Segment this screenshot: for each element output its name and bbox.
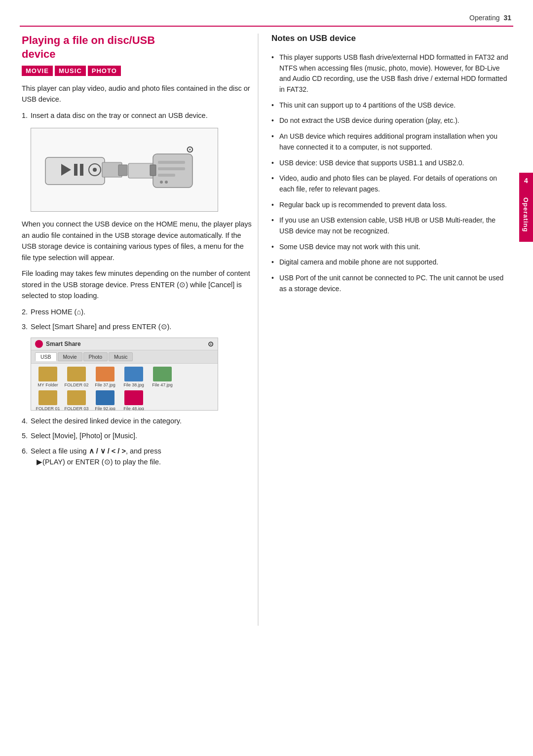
bullet-5: USB device: USB device that supports USB… bbox=[271, 158, 508, 169]
ss-folder3-icon bbox=[38, 390, 57, 405]
ss-item-folder01: FOLDER 01 bbox=[35, 390, 61, 411]
notes-bullet-list: This player supports USB flash drive/ext… bbox=[271, 52, 508, 294]
step-6: 6. Select a file using ∧ / ∨ / < / >, an… bbox=[22, 446, 253, 468]
ss-tab-music[interactable]: Music bbox=[109, 352, 133, 361]
ss-item-file92: File 92.jpg bbox=[92, 390, 118, 411]
svg-point-15 bbox=[160, 181, 163, 184]
ss-header: Smart Share ⊙ bbox=[31, 338, 218, 350]
left-column: Playing a file on disc/USB device MOVIE … bbox=[22, 34, 253, 472]
svg-rect-12 bbox=[158, 167, 185, 170]
usb-diagram-svg: ⊙ bbox=[40, 135, 208, 204]
svg-rect-4 bbox=[74, 164, 77, 176]
ss-item-file47: File 47.jpg bbox=[150, 367, 175, 387]
svg-text:⊙: ⊙ bbox=[186, 145, 193, 154]
step-5-text: Select [Movie], [Photo] or [Music]. bbox=[31, 432, 137, 440]
smart-share-screenshot: Smart Share ⊙ USB Movie Photo Music MY F… bbox=[31, 338, 218, 411]
section-title-line1: Playing a file on disc/USB bbox=[22, 34, 155, 46]
ss-photo3-icon bbox=[153, 367, 172, 381]
intro-text: This player can play video, audio and ph… bbox=[22, 83, 253, 105]
svg-point-16 bbox=[165, 181, 168, 184]
steps-list: 1. Insert a data disc on the tray or con… bbox=[22, 110, 253, 121]
bullet-7: Regular back up is recommended to preven… bbox=[271, 200, 508, 211]
ss-tab-movie[interactable]: Movie bbox=[58, 352, 82, 361]
badge-movie: MOVIE bbox=[22, 66, 53, 76]
bullet-8: If you use an USB extension cable, USB H… bbox=[271, 215, 508, 236]
usb-illustration: ⊙ bbox=[31, 128, 218, 212]
notes-title: Notes on USB device bbox=[271, 34, 508, 45]
ss-content-row1: MY Folder FOLDER 02 File 37.jpg File 38.… bbox=[31, 364, 218, 390]
page-header: Operating 31 bbox=[469, 14, 511, 22]
badge-music: MUSIC bbox=[55, 66, 86, 76]
bullet-3: Do not extract the USB device during ope… bbox=[271, 115, 508, 126]
page-container: Operating 31 4 Operating Playing a file … bbox=[0, 0, 533, 756]
ss-photo1-icon bbox=[96, 367, 114, 381]
step-2-text: Press HOME (⌂). bbox=[31, 308, 85, 316]
ss-title: Smart Share bbox=[46, 340, 81, 347]
ss-folder-icon bbox=[38, 367, 57, 381]
step-4: 4. Select the desired linked device in t… bbox=[22, 416, 253, 426]
svg-rect-13 bbox=[158, 174, 175, 177]
step-3: 3. Select [Smart Share] and press ENTER … bbox=[22, 321, 253, 332]
ss-folder2-icon bbox=[67, 367, 86, 381]
ss-item-folder03: FOLDER 03 bbox=[64, 390, 89, 411]
ss-folder4-icon bbox=[67, 390, 86, 405]
bullet-4: An USB device which requires additional … bbox=[271, 131, 508, 152]
bullet-1: This player supports USB flash drive/ext… bbox=[271, 52, 508, 95]
right-column: Notes on USB device This player supports… bbox=[271, 34, 508, 299]
bullet-11: USB Port of the unit cannot be connected… bbox=[271, 273, 508, 294]
svg-rect-9 bbox=[153, 154, 192, 188]
ss-item-folder02: FOLDER 02 bbox=[64, 367, 89, 387]
svg-point-7 bbox=[93, 168, 97, 172]
body-para1: When you connect the USB device on the H… bbox=[22, 219, 253, 263]
bullet-6: Video, audio and photo files can be play… bbox=[271, 173, 508, 194]
body-para2: File loading may takes few minutes depen… bbox=[22, 268, 253, 301]
svg-rect-11 bbox=[158, 161, 185, 164]
badges-row: MOVIE MUSIC PHOTO bbox=[22, 66, 253, 76]
top-rule bbox=[20, 26, 513, 27]
badge-photo: PHOTO bbox=[88, 66, 121, 76]
section-title-line2: device bbox=[22, 48, 56, 60]
ss-close-icon: ⊙ bbox=[208, 340, 214, 348]
ss-item-myfolder: MY Folder bbox=[35, 367, 61, 387]
ss-logo bbox=[35, 340, 43, 348]
svg-rect-2 bbox=[118, 165, 127, 176]
bullet-10: Digital camera and mobile phone are not … bbox=[271, 257, 508, 268]
step-2: 2. Press HOME (⌂). bbox=[22, 306, 253, 317]
step-1-text: Insert a data disc on the tray or connec… bbox=[31, 112, 208, 119]
ss-content-row2: FOLDER 01 FOLDER 03 File 92.jpg File 48.… bbox=[31, 390, 218, 411]
step-6-text: Select a file using ∧ / ∨ / < / >, and p… bbox=[31, 447, 161, 466]
ss-photo4-icon bbox=[96, 390, 114, 405]
column-divider bbox=[258, 34, 259, 626]
step-3-text: Select [Smart Share] and press ENTER (⊙)… bbox=[31, 323, 171, 331]
section-title: Playing a file on disc/USB device bbox=[22, 34, 253, 61]
step-1: 1. Insert a data disc on the tray or con… bbox=[22, 110, 253, 121]
header-label: Operating bbox=[469, 14, 499, 22]
step-5: 5. Select [Movie], [Photo] or [Music]. bbox=[22, 430, 253, 441]
ss-tab-photo[interactable]: Photo bbox=[83, 352, 108, 361]
ss-tab-usb[interactable]: USB bbox=[35, 352, 57, 361]
ss-item-file48: File 48.jpg bbox=[121, 390, 147, 411]
bullet-9: Some USB device may not work with this u… bbox=[271, 242, 508, 253]
ss-item-file38: File 38.jpg bbox=[121, 367, 147, 387]
ss-item-file37: File 37.jpg bbox=[92, 367, 118, 387]
step-4-text: Select the desired linked device in the … bbox=[31, 417, 182, 425]
svg-rect-5 bbox=[80, 164, 83, 176]
ss-photo2-icon bbox=[124, 367, 143, 381]
bullet-2: This unit can support up to 4 partitions… bbox=[271, 100, 508, 111]
side-tab-label: Operating bbox=[519, 188, 533, 242]
ss-tabs-row: USB Movie Photo Music bbox=[31, 350, 218, 364]
side-tab-num: 4 bbox=[519, 173, 533, 189]
header-page-num: 31 bbox=[503, 14, 511, 22]
svg-rect-10 bbox=[150, 165, 156, 176]
ss-photo5-icon bbox=[124, 390, 143, 405]
